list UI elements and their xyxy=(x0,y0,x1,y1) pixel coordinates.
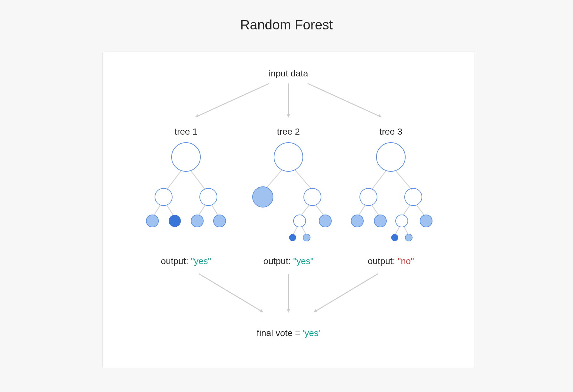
svg-line-15 xyxy=(372,205,379,215)
svg-line-14 xyxy=(359,205,365,215)
tree1-label: tree 1 xyxy=(174,127,198,137)
svg-line-3 xyxy=(167,205,173,215)
tree1-root-node xyxy=(172,143,200,171)
svg-line-1 xyxy=(191,171,205,190)
svg-line-13 xyxy=(396,171,412,190)
tree1-leaf-2 xyxy=(169,215,181,227)
tree1-output: output: "yes" xyxy=(161,256,211,266)
tree3-l3-2-node xyxy=(374,215,386,227)
svg-line-2 xyxy=(154,205,160,215)
arrow-input-tree3 xyxy=(308,83,381,117)
tree1-leaf-4 xyxy=(214,215,226,227)
svg-line-4 xyxy=(199,205,205,215)
tree2-l4-left-node xyxy=(289,234,296,241)
final-vote-label: final vote = 'yes' xyxy=(257,328,320,338)
tree3 xyxy=(351,143,432,241)
svg-line-0 xyxy=(167,171,181,190)
tree1-leaf-3 xyxy=(191,215,203,227)
arrow-tree3-final xyxy=(314,274,378,312)
tree3-l3-4-node xyxy=(420,215,432,227)
svg-line-11 xyxy=(302,227,306,234)
svg-line-19 xyxy=(404,227,408,234)
tree3-l3-1-node xyxy=(351,215,363,227)
tree2-l3-left-node xyxy=(294,215,306,227)
tree1-l2-left-node xyxy=(155,188,172,206)
input-data-label: input data xyxy=(269,68,308,78)
tree2-root-node xyxy=(274,143,303,171)
tree3-l4-left-node xyxy=(391,234,398,241)
tree3-l2-left-node xyxy=(360,188,377,206)
tree3-l2-right-node xyxy=(405,188,422,206)
tree2 xyxy=(253,143,331,241)
tree3-l4-right-node xyxy=(405,234,412,241)
svg-line-10 xyxy=(294,227,297,234)
svg-line-7 xyxy=(295,170,311,188)
arrow-input-tree1 xyxy=(196,83,269,117)
tree1-leaf-1 xyxy=(146,215,158,227)
svg-line-17 xyxy=(416,205,424,215)
diagram-panel: input data tree 1 tree 2 tree 3 xyxy=(102,51,474,368)
svg-line-16 xyxy=(403,205,410,215)
random-forest-diagram: input data tree 1 tree 2 tree 3 xyxy=(103,51,474,368)
svg-line-18 xyxy=(396,227,399,234)
tree1-l2-right-node xyxy=(200,188,217,206)
tree2-l2-right-node xyxy=(304,188,321,206)
tree3-label: tree 3 xyxy=(379,127,402,137)
svg-line-9 xyxy=(316,205,324,215)
tree2-l4-right-node xyxy=(303,234,310,241)
tree3-output: output: "no" xyxy=(368,256,414,266)
diagram-title: Random Forest xyxy=(0,17,573,33)
svg-line-5 xyxy=(212,205,218,215)
tree2-l2-left-node xyxy=(253,187,273,207)
tree3-root-node xyxy=(376,143,405,171)
svg-line-12 xyxy=(372,171,386,190)
tree1 xyxy=(146,143,226,227)
svg-line-6 xyxy=(266,170,282,188)
tree3-l3-3-node xyxy=(396,215,408,227)
arrow-tree1-final xyxy=(199,274,263,312)
tree2-output: output: "yes" xyxy=(263,256,314,266)
svg-line-8 xyxy=(301,205,309,215)
tree2-label: tree 2 xyxy=(277,127,300,137)
tree2-l3-right-node xyxy=(319,215,331,227)
